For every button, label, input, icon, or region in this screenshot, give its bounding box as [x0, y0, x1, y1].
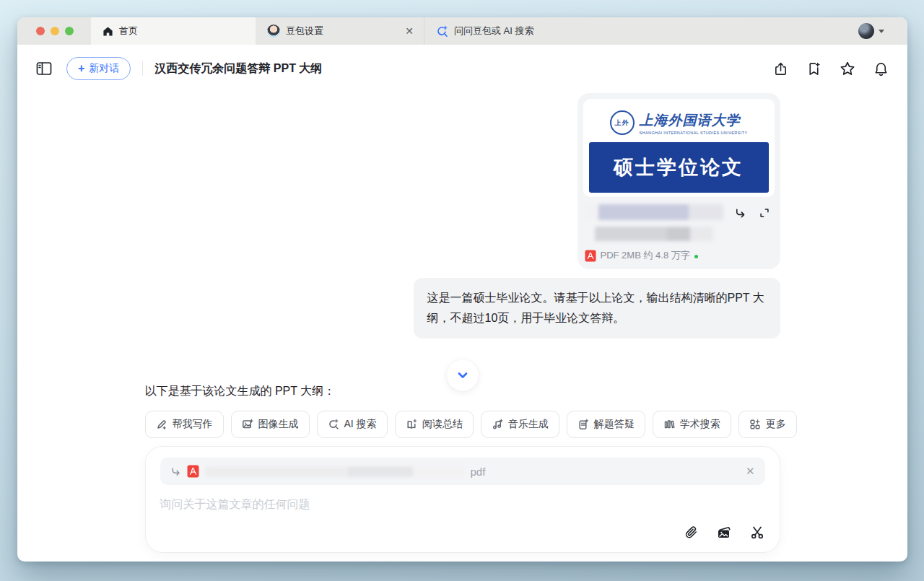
- quote-file-button[interactable]: [734, 207, 746, 219]
- university-name-cn: 上海外国语大学: [640, 111, 748, 130]
- share-icon: [773, 61, 788, 77]
- status-dot: [694, 255, 698, 258]
- expand-icon: [759, 207, 770, 219]
- user-avatar: [858, 23, 874, 39]
- pdf-attachment-card[interactable]: 上外 上海外国语大学 SHANGHAI INTERNATIONAL STUDIE…: [578, 93, 780, 269]
- plus-icon: +: [78, 63, 84, 74]
- message-input[interactable]: 询问关于这篇文章的任何问题: [160, 497, 765, 512]
- conversation-toolbar: + 新对话 汉西交传冗余问题答辩 PPT 大纲: [17, 45, 907, 92]
- caret-down-icon: [879, 30, 884, 33]
- conversation-title: 汉西交传冗余问题答辩 PPT 大纲: [154, 61, 322, 77]
- tab-bar: 首页 豆包设置 ✕ 问问豆包或 AI 搜索: [17, 17, 907, 45]
- quick-actions-row: 帮我写作 图像生成 AI 搜索: [145, 411, 780, 438]
- write-icon: [156, 419, 167, 430]
- search-tab-label: 问问豆包或 AI 搜索: [454, 25, 534, 38]
- tab-new-search[interactable]: 问问豆包或 AI 搜索: [424, 17, 907, 45]
- chip-label: 学术搜索: [680, 418, 720, 431]
- chevron-down-icon: [456, 368, 470, 383]
- share-button[interactable]: [773, 61, 788, 77]
- university-header: 上外 上海外国语大学 SHANGHAI INTERNATIONAL STUDIE…: [588, 108, 770, 142]
- university-name-en: SHANGHAI INTERNATIONAL STUDIES UNIVERSIT…: [640, 131, 748, 135]
- close-window-button[interactable]: [36, 27, 45, 35]
- pdf-preview: 上外 上海外国语大学 SHANGHAI INTERNATIONAL STUDIE…: [583, 99, 775, 197]
- bell-icon: [873, 61, 889, 77]
- sidebar-toggle-button[interactable]: [36, 61, 52, 76]
- pdf-meta-text: PDF 2MB 约 4.8 万字: [601, 249, 690, 262]
- tab-home[interactable]: 首页: [91, 17, 256, 45]
- chip-label: 音乐生成: [508, 418, 549, 431]
- chip-label: 图像生成: [258, 418, 299, 431]
- app-window: 首页 豆包设置 ✕ 问问豆包或 AI 搜索: [17, 17, 907, 562]
- ai-search-icon: [436, 25, 448, 38]
- university-seal-logo: 上外: [610, 110, 635, 135]
- file-name-redacted: [205, 466, 465, 477]
- tab-close-icon[interactable]: ✕: [405, 26, 414, 36]
- redacted-line-2: [585, 227, 713, 241]
- chip-label: 解题答疑: [594, 418, 635, 431]
- scissors-icon: [749, 525, 765, 541]
- chip-ai-search[interactable]: AI 搜索: [317, 411, 388, 438]
- solve-question-icon: [578, 419, 589, 430]
- traffic-lights: [17, 17, 91, 45]
- screenshot-button[interactable]: [749, 525, 765, 541]
- chip-solve-question[interactable]: 解题答疑: [567, 411, 645, 438]
- account-menu[interactable]: [858, 23, 896, 39]
- image-generate-icon: [242, 419, 253, 430]
- chip-more[interactable]: 更多: [738, 411, 797, 438]
- quote-arrow-icon: [170, 466, 181, 477]
- star-icon: [840, 61, 855, 77]
- scroll-to-bottom-button[interactable]: [447, 359, 479, 391]
- bookmark-add-icon: [806, 61, 821, 77]
- expand-file-button[interactable]: [759, 207, 770, 219]
- new-chat-button[interactable]: + 新对话: [66, 57, 131, 80]
- file-extension: pdf: [471, 466, 486, 478]
- pdf-meta-row: PDF 2MB 约 4.8 万字: [583, 249, 775, 262]
- favorite-button[interactable]: [840, 61, 855, 77]
- chip-label: 阅读总结: [422, 418, 463, 431]
- chip-music-generate[interactable]: 音乐生成: [481, 411, 559, 438]
- toolbar-divider: [142, 61, 143, 76]
- paperclip-icon: [684, 525, 699, 540]
- insert-image-button[interactable]: [716, 525, 732, 541]
- pdf-file-icon: [585, 250, 596, 262]
- message-composer[interactable]: pdf ✕ 询问关于这篇文章的任何问题: [145, 446, 780, 553]
- more-grid-icon: [749, 419, 761, 430]
- academic-search-icon: [663, 419, 675, 430]
- tab-settings-label: 豆包设置: [286, 25, 323, 38]
- quote-arrow-icon: [734, 207, 746, 219]
- home-icon: [103, 26, 113, 37]
- attach-file-button[interactable]: [684, 525, 699, 541]
- photos-icon: [716, 525, 732, 541]
- chip-image-generate[interactable]: 图像生成: [231, 411, 310, 438]
- user-message-bubble: 这是一篇硕士毕业论文。请基于以上论文，输出结构清晰的PPT 大纲，不超过10页，…: [414, 278, 780, 338]
- pdf-file-icon: [187, 465, 199, 478]
- chip-help-me-write[interactable]: 帮我写作: [145, 411, 224, 438]
- chip-reading-summary[interactable]: 阅读总结: [395, 411, 474, 438]
- chip-academic-search[interactable]: 学术搜索: [653, 411, 731, 438]
- bookmark-add-button[interactable]: [806, 61, 821, 77]
- chip-label: AI 搜索: [344, 418, 377, 431]
- pdf-redacted-info: [583, 197, 775, 241]
- composer-toolbar: [160, 525, 765, 541]
- notifications-button[interactable]: [873, 61, 889, 77]
- doubao-avatar: [267, 25, 280, 38]
- new-chat-label: 新对话: [89, 62, 119, 75]
- chip-label: 更多: [766, 418, 786, 431]
- thesis-title: 硕士学位论文: [614, 154, 744, 180]
- ai-search-chip-icon: [328, 419, 339, 430]
- thesis-title-banner: 硕士学位论文: [589, 142, 769, 193]
- sidebar-icon: [36, 61, 52, 76]
- music-generate-icon: [492, 419, 503, 430]
- zoom-window-button[interactable]: [65, 27, 74, 35]
- tab-home-label: 首页: [119, 25, 138, 38]
- tab-doubao-settings[interactable]: 豆包设置 ✕: [256, 17, 424, 45]
- minimize-window-button[interactable]: [51, 27, 59, 35]
- remove-file-button[interactable]: ✕: [746, 465, 755, 478]
- chip-label: 帮我写作: [173, 418, 213, 431]
- reading-summary-icon: [406, 419, 417, 430]
- attached-file-chip[interactable]: pdf ✕: [160, 458, 765, 485]
- chat-area: 上外 上海外国语大学 SHANGHAI INTERNATIONAL STUDIE…: [145, 92, 780, 562]
- redacted-line-1: [585, 204, 723, 220]
